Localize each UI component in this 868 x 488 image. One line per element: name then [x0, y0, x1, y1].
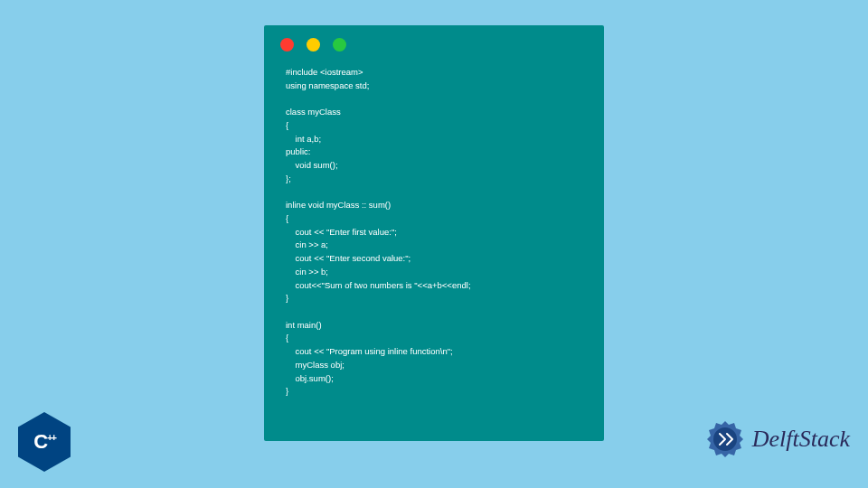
close-icon	[280, 38, 294, 52]
brand-logo: DelftStack	[703, 418, 850, 461]
code-content: #include <iostream> using namespace std;…	[264, 61, 604, 404]
code-window: #include <iostream> using namespace std;…	[264, 25, 604, 441]
hexagon-icon: C++	[18, 412, 71, 472]
minimize-icon	[307, 38, 320, 52]
maximize-icon	[333, 38, 346, 52]
badge-text: C++	[33, 430, 55, 454]
cpp-badge: C++	[18, 412, 81, 483]
gear-icon	[703, 418, 747, 461]
window-controls	[264, 25, 604, 61]
brand-name: DelftStack	[752, 426, 850, 453]
